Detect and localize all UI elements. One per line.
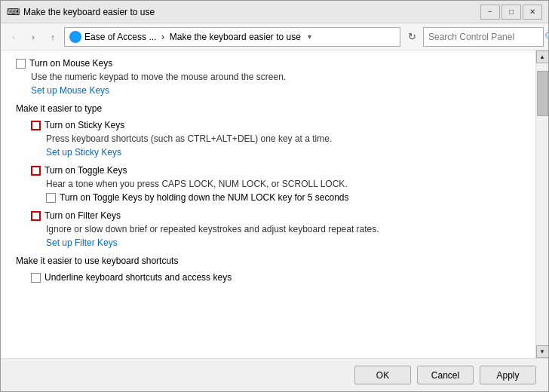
toggle-keys-numlock-checkbox[interactable] bbox=[46, 193, 56, 203]
toggle-keys-option-row: Turn on Toggle Keys bbox=[31, 165, 520, 176]
underline-option: Underline keyboard shortcuts and access … bbox=[31, 272, 520, 283]
up-button[interactable]: ↑ bbox=[44, 29, 61, 45]
setup-sticky-keys-link[interactable]: Set up Sticky Keys bbox=[46, 147, 520, 158]
toggle-keys-checkbox-wrapper[interactable]: Turn on Toggle Keys bbox=[31, 165, 127, 176]
underline-label: Underline keyboard shortcuts and access … bbox=[44, 272, 232, 283]
address-bar: ‹ › ↑ 🌐 Ease of Access ... › Make the ke… bbox=[1, 23, 548, 51]
mouse-keys-option-row: Turn on Mouse Keys bbox=[16, 58, 520, 69]
scroll-up-button[interactable]: ▲ bbox=[536, 51, 549, 63]
footer: OK Cancel Apply bbox=[1, 358, 548, 391]
breadcrumb-arrow: › bbox=[161, 32, 164, 42]
search-input[interactable] bbox=[428, 32, 541, 42]
toggle-keys-numlock-label: Turn on Toggle Keys by holding down the … bbox=[60, 192, 349, 203]
filter-keys-label: Turn on Filter Keys bbox=[44, 210, 121, 221]
mouse-keys-label: Turn on Mouse Keys bbox=[29, 58, 112, 69]
filter-keys-option-row: Turn on Filter Keys bbox=[31, 210, 520, 221]
scrollbar[interactable]: ▲ ▼ bbox=[535, 51, 548, 358]
breadcrumb-end: Make the keyboard easier to use bbox=[170, 32, 301, 42]
breadcrumb-path: Ease of Access ... › Make the keyboard e… bbox=[84, 32, 301, 42]
apply-button[interactable]: Apply bbox=[480, 366, 536, 384]
main-window: ⌨ Make the keyboard easier to use − □ ✕ … bbox=[0, 0, 549, 392]
address-box[interactable]: 🌐 Ease of Access ... › Make the keyboard… bbox=[64, 27, 400, 47]
sticky-keys-checkbox-wrapper[interactable]: Turn on Sticky Keys bbox=[31, 120, 124, 130]
scroll-thumb[interactable] bbox=[537, 71, 548, 116]
forward-button[interactable]: › bbox=[25, 29, 41, 45]
underline-checkbox-wrapper[interactable]: Underline keyboard shortcuts and access … bbox=[31, 272, 520, 283]
setup-mouse-keys-link[interactable]: Set up Mouse Keys bbox=[31, 85, 520, 96]
maximize-button[interactable]: □ bbox=[501, 5, 521, 20]
window-title: Make the keyboard easier to use bbox=[23, 7, 480, 17]
search-box[interactable]: 🔍 bbox=[423, 27, 544, 47]
underline-checkbox[interactable] bbox=[31, 273, 41, 283]
filter-keys-description: Ignore or slow down brief or repeated ke… bbox=[46, 224, 520, 234]
shortcuts-header: Make it easier to use keyboard shortcuts bbox=[16, 256, 520, 266]
sticky-keys-label: Turn on Sticky Keys bbox=[44, 120, 124, 130]
filter-keys-section: Turn on Filter Keys Ignore or slow down … bbox=[31, 210, 520, 248]
toggle-keys-label: Turn on Toggle Keys bbox=[44, 165, 127, 176]
setup-filter-keys-link[interactable]: Set up Filter Keys bbox=[46, 237, 520, 248]
sticky-keys-checkbox[interactable] bbox=[31, 121, 41, 130]
toggle-keys-sub-checkbox-wrapper[interactable]: Turn on Toggle Keys by holding down the … bbox=[46, 192, 349, 203]
minimize-button[interactable]: − bbox=[480, 5, 500, 20]
sticky-keys-section: Turn on Sticky Keys Press keyboard short… bbox=[31, 120, 520, 158]
toggle-keys-section: Turn on Toggle Keys Hear a tone when you… bbox=[31, 165, 520, 203]
scroll-track[interactable] bbox=[536, 63, 548, 345]
ok-button[interactable]: OK bbox=[354, 366, 411, 384]
toggle-keys-description: Hear a tone when you press CAPS LOCK, NU… bbox=[46, 179, 520, 189]
filter-keys-checkbox-wrapper[interactable]: Turn on Filter Keys bbox=[31, 210, 121, 221]
scroll-down-button[interactable]: ▼ bbox=[536, 345, 549, 358]
refresh-button[interactable]: ↻ bbox=[403, 29, 420, 45]
globe-icon: 🌐 bbox=[69, 31, 81, 43]
mouse-keys-section: Turn on Mouse Keys Use the numeric keypa… bbox=[16, 58, 520, 96]
mouse-keys-description: Use the numeric keypad to move the mouse… bbox=[31, 72, 520, 82]
toggle-keys-checkbox[interactable] bbox=[31, 166, 41, 176]
content-area: Turn on Mouse Keys Use the numeric keypa… bbox=[1, 51, 535, 358]
toggle-keys-sub-option: Turn on Toggle Keys by holding down the … bbox=[46, 192, 520, 203]
easier-to-type-header: Make it easier to type bbox=[16, 103, 520, 114]
title-bar-buttons: − □ ✕ bbox=[480, 5, 542, 20]
main-content: Turn on Mouse Keys Use the numeric keypa… bbox=[1, 51, 548, 358]
address-dropdown-button[interactable]: ▾ bbox=[304, 31, 316, 43]
cancel-button[interactable]: Cancel bbox=[417, 366, 474, 384]
mouse-keys-checkbox-wrapper[interactable]: Turn on Mouse Keys bbox=[16, 58, 112, 69]
breadcrumb-start: Ease of Access ... bbox=[84, 32, 156, 42]
back-button[interactable]: ‹ bbox=[5, 29, 22, 45]
title-bar: ⌨ Make the keyboard easier to use − □ ✕ bbox=[1, 1, 548, 23]
search-icon[interactable]: 🔍 bbox=[544, 32, 549, 42]
mouse-keys-checkbox[interactable] bbox=[16, 59, 26, 69]
close-button[interactable]: ✕ bbox=[523, 5, 542, 20]
filter-keys-checkbox[interactable] bbox=[31, 211, 41, 221]
window-icon: ⌨ bbox=[7, 6, 19, 18]
sticky-keys-description: Press keyboard shortcuts (such as CTRL+A… bbox=[46, 133, 520, 144]
sticky-keys-option-row: Turn on Sticky Keys bbox=[31, 120, 520, 130]
